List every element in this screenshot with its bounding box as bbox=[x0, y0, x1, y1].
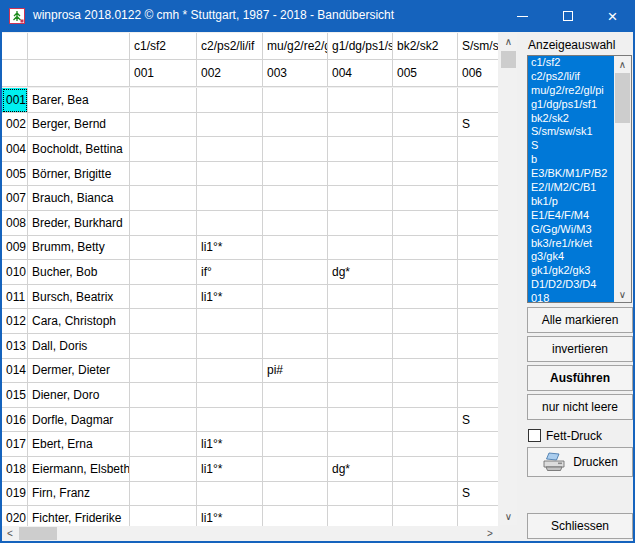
course-cell[interactable]: S bbox=[458, 482, 498, 507]
nur-nicht-leere-button[interactable]: nur nicht leere bbox=[527, 394, 633, 420]
course-cell[interactable] bbox=[130, 88, 197, 113]
scroll-left-icon[interactable]: < bbox=[2, 526, 18, 541]
course-cell[interactable] bbox=[393, 260, 458, 285]
course-cell[interactable] bbox=[263, 482, 328, 507]
student-name-cell[interactable]: Firn, Franz bbox=[28, 482, 130, 507]
course-cell[interactable] bbox=[197, 137, 263, 162]
course-cell[interactable] bbox=[130, 113, 197, 138]
list-item[interactable]: mu/g2/re2/gl/pi bbox=[528, 84, 614, 98]
invertieren-button[interactable]: invertieren bbox=[527, 336, 633, 362]
course-cell[interactable]: li1°* bbox=[197, 236, 263, 261]
list-item[interactable]: bk3/re1/rk/et bbox=[528, 237, 614, 251]
course-cell[interactable] bbox=[328, 482, 393, 507]
course-cell[interactable] bbox=[130, 482, 197, 507]
course-cell[interactable]: pi# bbox=[263, 359, 328, 384]
student-name-cell[interactable]: Eiermann, Elsbeth bbox=[28, 457, 130, 482]
course-cell[interactable] bbox=[263, 383, 328, 408]
course-cell[interactable] bbox=[458, 137, 498, 162]
row-number-cell[interactable]: 020 bbox=[2, 506, 28, 526]
course-cell[interactable] bbox=[263, 457, 328, 482]
course-cell[interactable] bbox=[458, 383, 498, 408]
course-cell[interactable] bbox=[197, 309, 263, 334]
course-cell[interactable] bbox=[458, 309, 498, 334]
course-cell[interactable] bbox=[130, 383, 197, 408]
fett-druck-checkbox[interactable] bbox=[528, 429, 541, 442]
student-name-cell[interactable]: Berger, Bernd bbox=[28, 113, 130, 138]
course-cell[interactable] bbox=[328, 359, 393, 384]
course-cell[interactable] bbox=[263, 113, 328, 138]
scroll-down-icon[interactable]: ∨ bbox=[500, 508, 517, 525]
row-number-cell[interactable]: 001 bbox=[2, 88, 28, 113]
scroll-right-icon[interactable]: > bbox=[482, 526, 498, 541]
row-number-cell[interactable]: 017 bbox=[2, 432, 28, 457]
row-number-cell[interactable]: 011 bbox=[2, 285, 28, 310]
course-cell[interactable] bbox=[328, 285, 393, 310]
course-cell[interactable] bbox=[393, 309, 458, 334]
course-cell[interactable] bbox=[393, 408, 458, 433]
table-vertical-scrollbar[interactable]: ∧ ∨ bbox=[500, 33, 517, 525]
row-number-cell[interactable]: 014 bbox=[2, 359, 28, 384]
course-cell[interactable] bbox=[328, 236, 393, 261]
list-item[interactable]: bk1/p bbox=[528, 195, 614, 209]
course-cell[interactable] bbox=[130, 285, 197, 310]
course-cell[interactable] bbox=[328, 383, 393, 408]
student-name-cell[interactable]: Börner, Brigitte bbox=[28, 162, 130, 187]
course-cell[interactable] bbox=[263, 285, 328, 310]
course-cell[interactable] bbox=[263, 186, 328, 211]
course-cell[interactable] bbox=[263, 88, 328, 113]
row-number-cell[interactable]: 010 bbox=[2, 260, 28, 285]
course-cell[interactable] bbox=[393, 236, 458, 261]
course-cell[interactable] bbox=[458, 236, 498, 261]
row-number-cell[interactable]: 002 bbox=[2, 113, 28, 138]
alle-markieren-button[interactable]: Alle markieren bbox=[527, 307, 633, 333]
student-name-cell[interactable]: Dorfle, Dagmar bbox=[28, 408, 130, 433]
course-cell[interactable] bbox=[458, 506, 498, 526]
course-cell[interactable] bbox=[130, 211, 197, 236]
course-cell[interactable]: S bbox=[458, 408, 498, 433]
row-number-cell[interactable]: 019 bbox=[2, 482, 28, 507]
list-item[interactable]: S bbox=[528, 139, 614, 153]
course-cell[interactable] bbox=[263, 162, 328, 187]
row-number-cell[interactable]: 015 bbox=[2, 383, 28, 408]
course-cell[interactable] bbox=[328, 211, 393, 236]
course-cell[interactable] bbox=[197, 359, 263, 384]
course-cell[interactable] bbox=[263, 334, 328, 359]
list-item[interactable]: S/sm/sw/sk1 bbox=[528, 125, 614, 139]
course-cell[interactable] bbox=[130, 432, 197, 457]
course-cell[interactable] bbox=[328, 162, 393, 187]
course-cell[interactable] bbox=[197, 211, 263, 236]
course-cell[interactable] bbox=[263, 506, 328, 526]
list-item[interactable]: c1/sf2 bbox=[528, 56, 614, 70]
table-horizontal-scrollbar[interactable]: < > bbox=[2, 526, 498, 541]
course-cell[interactable] bbox=[197, 113, 263, 138]
course-cell[interactable] bbox=[130, 408, 197, 433]
course-cell[interactable] bbox=[328, 432, 393, 457]
course-cell[interactable] bbox=[393, 285, 458, 310]
course-cell[interactable] bbox=[130, 359, 197, 384]
course-cell[interactable] bbox=[458, 285, 498, 310]
row-number-cell[interactable]: 013 bbox=[2, 334, 28, 359]
course-cell[interactable]: li1°* bbox=[197, 506, 263, 526]
list-item[interactable]: b bbox=[528, 153, 614, 167]
student-name-cell[interactable]: Bursch, Beatrix bbox=[28, 285, 130, 310]
student-name-cell[interactable]: Brauch, Bianca bbox=[28, 186, 130, 211]
course-cell[interactable] bbox=[197, 186, 263, 211]
course-cell[interactable] bbox=[393, 359, 458, 384]
student-name-cell[interactable]: Bocholdt, Bettina bbox=[28, 137, 130, 162]
course-cell[interactable] bbox=[393, 383, 458, 408]
course-cell[interactable]: dg* bbox=[328, 260, 393, 285]
listbox-scroll-up-icon[interactable]: ∧ bbox=[614, 56, 631, 72]
course-cell[interactable] bbox=[328, 506, 393, 526]
course-cell[interactable] bbox=[130, 162, 197, 187]
course-cell[interactable] bbox=[197, 408, 263, 433]
anzeigeauswahl-listbox[interactable]: c1/sf2c2/ps2/li/ifmu/g2/re2/gl/pig1/dg/p… bbox=[527, 55, 632, 303]
course-cell[interactable]: li1°* bbox=[197, 457, 263, 482]
drucken-button[interactable]: Drucken bbox=[527, 447, 633, 477]
list-item[interactable]: c2/ps2/li/if bbox=[528, 70, 614, 84]
course-cell[interactable] bbox=[393, 88, 458, 113]
course-cell[interactable] bbox=[393, 113, 458, 138]
course-cell[interactable] bbox=[328, 334, 393, 359]
row-number-cell[interactable]: 005 bbox=[2, 162, 28, 187]
course-cell[interactable] bbox=[130, 309, 197, 334]
course-cell[interactable] bbox=[197, 88, 263, 113]
